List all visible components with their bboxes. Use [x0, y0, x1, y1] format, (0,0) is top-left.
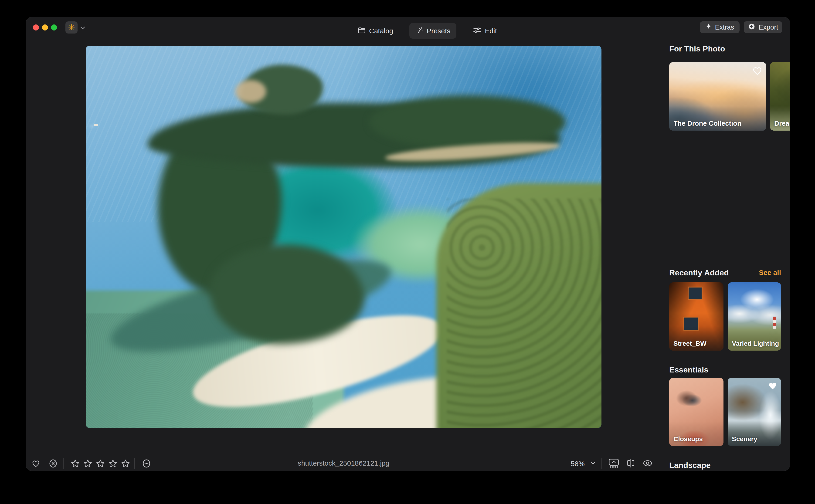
preset-card-dreamy[interactable]: Dreamy: [770, 62, 790, 131]
app-window: ✳ Catalog Presets Edit: [26, 17, 790, 471]
section-title-landscape: Landscape: [669, 461, 711, 470]
tab-catalog[interactable]: Catalog: [351, 23, 399, 39]
preset-name: Varied Lighting: [732, 340, 779, 347]
photo-islet-sand: [235, 80, 266, 103]
favorite-heart-button[interactable]: [31, 459, 40, 468]
tab-presets[interactable]: Presets: [409, 23, 456, 39]
presets-sidebar: For This Photo The Drone Collection Drea…: [669, 17, 790, 471]
minimize-button[interactable]: [42, 24, 48, 30]
view-controls: 58%: [571, 456, 653, 471]
preset-name: Closeups: [673, 435, 703, 443]
section-title-essentials: Essentials: [669, 365, 708, 374]
preset-card-scenery[interactable]: Scenery: [728, 378, 781, 446]
reject-circled-x-button[interactable]: [48, 459, 58, 468]
star-icon: [70, 459, 80, 469]
filmstrip-toggle-button[interactable]: [608, 458, 620, 469]
preset-name: The Drone Collection: [673, 120, 741, 127]
view-tabs: Catalog Presets Edit: [351, 23, 503, 39]
magic-wand-icon: [415, 26, 423, 36]
section-title-for-this-photo: For This Photo: [669, 44, 725, 53]
tab-edit[interactable]: Edit: [467, 23, 503, 39]
preset-name: Scenery: [732, 435, 757, 443]
preset-card-drone-collection[interactable]: The Drone Collection: [669, 62, 766, 131]
see-all-link[interactable]: See all: [759, 269, 781, 277]
preset-name: Dreamy: [774, 120, 790, 127]
toolbar-divider: [63, 458, 64, 469]
folder-icon: [357, 26, 366, 36]
fullscreen-button[interactable]: [51, 24, 57, 30]
heart-filled-icon[interactable]: [767, 381, 778, 392]
photo-palm-texture: [447, 199, 602, 428]
tab-label: Presets: [427, 27, 450, 35]
zoom-chevron-down-icon[interactable]: [591, 462, 595, 466]
sliders-icon: [473, 26, 482, 36]
tab-label: Edit: [485, 27, 497, 35]
zoom-level[interactable]: 58%: [571, 460, 585, 468]
preset-card-varied-lighting[interactable]: Varied Lighting: [728, 282, 781, 351]
preset-card-street-bw[interactable]: Street_BW: [669, 282, 723, 351]
compare-before-after-button[interactable]: [626, 458, 636, 469]
app-logo-asterisk-icon[interactable]: ✳: [65, 21, 78, 34]
close-button[interactable]: [33, 24, 39, 30]
app-menu-chevron-down-icon[interactable]: [80, 26, 85, 30]
decor-window: [688, 287, 703, 300]
preset-name: Street_BW: [673, 340, 706, 347]
current-filename: shutterstock_2501862121.jpg: [86, 459, 601, 467]
photo-boat: [94, 124, 98, 126]
toolbar-divider: [601, 458, 602, 469]
heart-outline-icon[interactable]: [752, 65, 763, 77]
photo-headland-trees-right: [369, 95, 565, 149]
desktop: ✳ Catalog Presets Edit: [0, 0, 815, 504]
tab-label: Catalog: [369, 27, 393, 35]
preset-card-closeups[interactable]: Closeups: [669, 378, 723, 446]
section-title-recently-added: Recently Added: [669, 268, 729, 277]
photo-canvas[interactable]: [86, 46, 601, 428]
preview-eye-button[interactable]: [642, 458, 653, 469]
